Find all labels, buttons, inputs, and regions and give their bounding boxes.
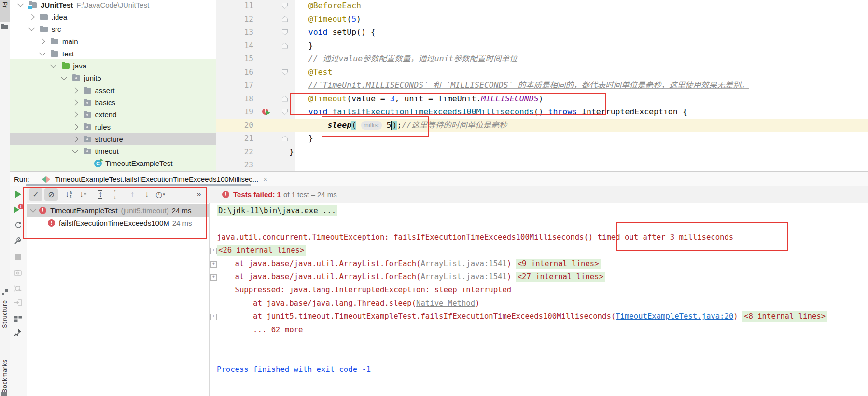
test-tree-row-1[interactable]: !TimeoutExampleTest(junit5.timeout)24 ms — [27, 204, 209, 217]
folder-icon — [40, 14, 48, 21]
previous-failed-test-button[interactable]: ↑ — [126, 188, 138, 201]
rerun-failed-test-gutter-icon[interactable]: ! — [262, 108, 270, 116]
dashboard-icon — [14, 315, 22, 324]
code-line-11[interactable]: 11 @BeforeEach — [216, 0, 868, 13]
code-line-20[interactable]: 20 sleep( millis: 5);//这里等待的时间单位是毫秒 — [216, 119, 868, 132]
chevron-right-icon[interactable] — [72, 87, 78, 94]
chevron-down-icon[interactable] — [61, 74, 67, 80]
toggle-auto-test-button[interactable] — [10, 221, 26, 231]
rerun-button[interactable] — [10, 191, 26, 198]
code-line-17[interactable]: 17 //`TimeUnit.MILLISECONDS` 和 `MILLISEC… — [216, 79, 868, 92]
code-line-15[interactable]: 15 // 通过value参数配置数量，通过unit参数配置时间单位 — [216, 52, 868, 66]
sort-alphabetically-button[interactable]: ↓az — [63, 188, 74, 201]
tree-item-java[interactable]: java — [10, 60, 216, 72]
tree-item-idea[interactable]: .idea — [10, 11, 216, 23]
tree-item-timeout[interactable]: timeout — [10, 145, 216, 157]
code-line-21[interactable]: 21 } — [216, 132, 868, 145]
fold-marker-icon[interactable] — [282, 69, 288, 75]
code-line-12[interactable]: 12 @Timeout(5) — [216, 13, 868, 26]
tree-item-timeoutexampletest[interactable]: CTimeoutExampleTest — [10, 157, 216, 169]
fold-expand-icon[interactable]: + — [210, 248, 217, 254]
bookmarks-stripe-tab[interactable]: Bookmarks — [1, 359, 8, 393]
next-failed-test-button[interactable]: ↓ — [141, 188, 153, 201]
stop-button[interactable] — [10, 254, 26, 260]
fold-marker-icon[interactable] — [282, 109, 288, 115]
test-history-button[interactable]: ◷▾ — [154, 188, 166, 201]
chevron-down-icon[interactable] — [50, 62, 56, 68]
tree-item-test[interactable]: test — [10, 48, 216, 60]
show-ignored-button[interactable]: ⊘ — [44, 188, 58, 201]
chevron-right-icon[interactable] — [72, 136, 78, 142]
fold-marker-icon[interactable] — [282, 29, 288, 35]
tree-item-main[interactable]: main — [10, 35, 216, 47]
fold-marker-icon[interactable] — [282, 96, 288, 102]
code-line-13[interactable]: 13 void setUp() { — [216, 26, 868, 39]
tree-item-junit5[interactable]: junit5 — [10, 72, 216, 84]
close-tab-icon[interactable]: × — [263, 175, 267, 183]
fold-marker-icon[interactable] — [282, 3, 288, 9]
bookmarks-icon — [1, 392, 7, 396]
chevron-down-icon[interactable] — [17, 1, 24, 7]
fold-marker-icon[interactable] — [282, 43, 288, 49]
code-line-19[interactable]: 19! void failsIfExecutionTimeExceeds100M… — [216, 105, 868, 119]
fold-expand-icon[interactable]: + — [210, 274, 217, 281]
fold-expand-icon[interactable]: + — [210, 314, 217, 320]
expand-all-button[interactable]: ↕ — [95, 188, 106, 201]
stacktrace-link[interactable]: ArrayList.java:1541 — [420, 273, 506, 281]
more-actions-button[interactable]: » — [193, 188, 205, 201]
code-line-22[interactable]: 22} — [216, 145, 868, 159]
tree-item-assert[interactable]: assert — [10, 84, 216, 96]
layout-settings-button[interactable] — [10, 315, 26, 324]
chevron-down-icon[interactable] — [30, 206, 36, 213]
package-icon — [84, 148, 92, 155]
line-number: 20 — [216, 119, 253, 132]
evaluate-button[interactable] — [10, 299, 26, 308]
stacktrace-link[interactable]: Native Method — [416, 299, 475, 308]
show-passed-button[interactable]: ✓ — [29, 188, 42, 201]
fold-marker-icon[interactable] — [282, 16, 288, 22]
run-console[interactable]: +D:\jdk-11\bin\java.exe ...++java.util.c… — [209, 203, 868, 396]
test-failed-icon: ! — [39, 207, 46, 214]
pin-tab-button[interactable] — [10, 329, 26, 338]
tree-item-rules[interactable]: rules — [10, 121, 216, 133]
stacktrace-link[interactable]: ArrayList.java:1541 — [420, 259, 506, 268]
code-line-18[interactable]: 18 @Timeout(value = 3, unit = TimeUnit.M… — [216, 92, 868, 106]
test-settings-button[interactable] — [10, 237, 26, 246]
tree-item-extend[interactable]: extend — [10, 109, 216, 121]
code-line-23[interactable]: 23 — [216, 158, 868, 171]
code-text: //`TimeUnit.MILLISECONDS` 和 `MILLISECOND… — [289, 79, 749, 92]
structure-stripe-tab[interactable]: Structure — [1, 300, 8, 328]
run-tab[interactable]: TimeoutExampleTest.failsIfExecutionTimeE… — [42, 175, 267, 183]
chevron-right-icon[interactable] — [72, 111, 78, 118]
fold-marker-icon[interactable] — [282, 136, 288, 141]
chevron-down-icon[interactable] — [72, 147, 78, 153]
chevron-right-icon[interactable] — [72, 99, 78, 106]
chevron-down-icon[interactable] — [39, 50, 45, 56]
project-stripe-label[interactable]: Pr — [1, 2, 8, 8]
test-failed-icon: ! — [48, 219, 55, 227]
chevron-right-icon[interactable] — [28, 14, 35, 20]
stacktrace-link[interactable]: TimeoutExampleTest.java:20 — [616, 312, 733, 321]
test-tree-row-2[interactable]: !failsIfExecutionTimeExceeds100M24 ms — [27, 217, 209, 229]
tree-item-junittest[interactable]: JUnitTestF:\JavaCode\JUnitTest — [10, 0, 216, 11]
attach-debugger-button[interactable] — [10, 285, 26, 294]
code-line-14[interactable]: 14 } — [216, 39, 868, 53]
collapse-all-button[interactable]: ↑↓ — [109, 188, 121, 201]
code-editor[interactable]: 11 @BeforeEach12 @Timeout(5)13 void setU… — [216, 0, 868, 171]
code-line-16[interactable]: 16 @Test — [216, 66, 868, 79]
sort-by-duration-button[interactable]: ↓≡ — [77, 188, 89, 201]
folder-icon[interactable] — [1, 23, 8, 29]
chevron-down-icon[interactable] — [28, 25, 35, 31]
capture-snapshot-button[interactable] — [10, 269, 26, 278]
toolbar-separator — [123, 190, 123, 199]
fold-expand-icon[interactable]: + — [210, 261, 217, 268]
tree-item-structure[interactable]: structure — [10, 133, 216, 145]
tree-item-basics[interactable]: basics — [10, 96, 216, 109]
chevron-right-icon[interactable] — [39, 39, 45, 45]
package-icon — [84, 111, 92, 118]
chevron-right-icon[interactable] — [72, 124, 78, 130]
tree-item-src[interactable]: src — [10, 23, 216, 35]
line-number: 12 — [216, 13, 253, 26]
rerun-failed-tests-button[interactable]: ! — [10, 205, 26, 213]
test-results-tree[interactable]: !TimeoutExampleTest(junit5.timeout)24 ms… — [27, 203, 209, 396]
